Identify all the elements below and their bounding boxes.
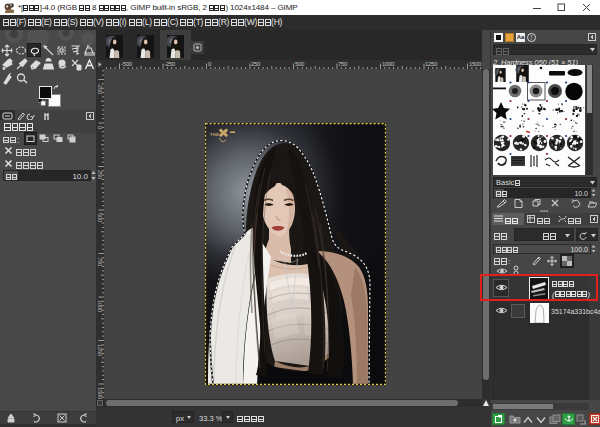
svg-text:THE: THE bbox=[210, 132, 219, 137]
